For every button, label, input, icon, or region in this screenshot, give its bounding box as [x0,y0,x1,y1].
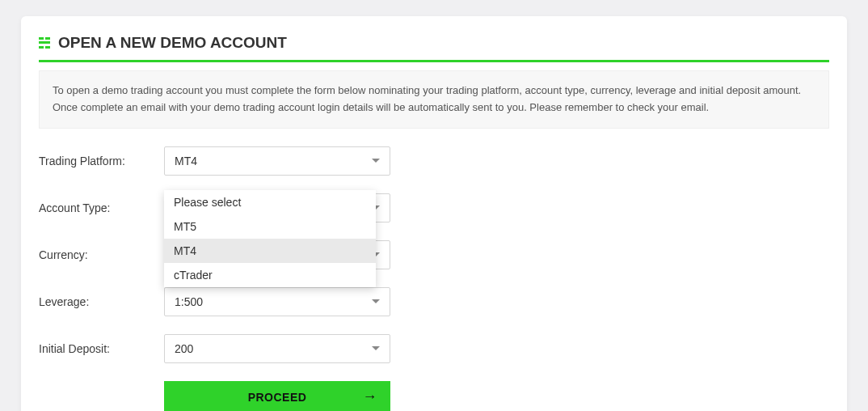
label-initial-deposit: Initial Deposit: [39,342,164,355]
dropdown-item-please-select[interactable]: Please select [164,190,376,214]
row-trading-platform: Trading Platform: MT4 [39,146,829,176]
select-trading-platform-value: MT4 [175,155,197,167]
select-leverage[interactable]: 1:500 [164,287,390,316]
row-account-type: Account Type: [39,193,829,222]
row-currency: Currency: [39,240,829,269]
chevron-down-icon [372,299,380,303]
proceed-button-label: PROCEED [248,391,307,404]
demo-account-form: Trading Platform: MT4 Please select MT5 … [39,146,829,411]
select-trading-platform[interactable]: MT4 [164,146,390,176]
dropdown-item-mt5[interactable]: MT5 [164,214,376,239]
chevron-down-icon [372,346,380,350]
label-leverage: Leverage: [39,295,164,308]
proceed-button[interactable]: PROCEED → [164,381,390,411]
label-currency: Currency: [39,248,164,261]
list-icon [39,37,50,49]
row-initial-deposit: Initial Deposit: 200 [39,334,829,363]
page-title: OPEN A NEW DEMO ACCOUNT [58,34,287,52]
select-initial-deposit[interactable]: 200 [164,334,390,363]
info-text: To open a demo trading account you must … [39,70,829,129]
select-initial-deposit-value: 200 [175,342,193,355]
row-leverage: Leverage: 1:500 [39,287,829,316]
label-account-type: Account Type: [39,201,164,214]
label-trading-platform: Trading Platform: [39,155,164,167]
card-header: OPEN A NEW DEMO ACCOUNT [39,34,829,62]
dropdown-item-mt4[interactable]: MT4 [164,239,376,263]
dropdown-item-ctrader[interactable]: cTrader [164,263,376,287]
trading-platform-dropdown[interactable]: Please select MT5 MT4 cTrader [164,190,376,287]
select-leverage-value: 1:500 [175,295,203,308]
submit-row: PROCEED → [164,381,829,411]
arrow-right-icon: → [363,388,378,405]
chevron-down-icon [372,159,380,163]
demo-account-card: OPEN A NEW DEMO ACCOUNT To open a demo t… [21,16,847,411]
